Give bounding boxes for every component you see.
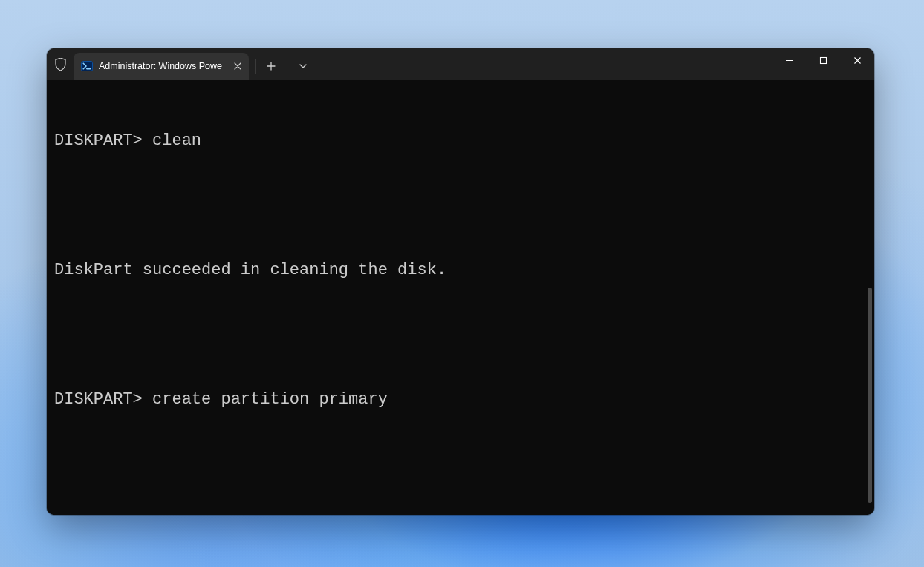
desktop-background: Administrator: Windows Powe (0, 0, 924, 567)
powershell-icon (81, 60, 93, 72)
tab-title: Administrator: Windows Powe (99, 61, 222, 71)
terminal-window: Administrator: Windows Powe (47, 48, 874, 515)
terminal-line (54, 195, 867, 216)
admin-shield-icon (47, 48, 74, 80)
separator (255, 59, 256, 74)
new-tab-button[interactable] (258, 55, 284, 77)
window-titlebar[interactable]: Administrator: Windows Powe (47, 48, 874, 80)
window-maximize-button[interactable] (806, 48, 840, 72)
terminal-area[interactable]: DISKPART> clean DiskPart succeeded in cl… (47, 80, 874, 515)
tab-powershell-admin[interactable]: Administrator: Windows Powe (74, 53, 249, 80)
svg-rect-0 (82, 62, 93, 71)
svg-rect-1 (820, 57, 826, 63)
tab-dropdown-button[interactable] (290, 55, 316, 77)
terminal-line (54, 324, 867, 346)
separator (287, 59, 287, 74)
tab-close-button[interactable] (231, 59, 244, 73)
terminal-line: DISKPART> clean (54, 130, 867, 152)
terminal-line: DISKPART> create partition primary (54, 389, 867, 410)
terminal-output: DISKPART> clean DiskPart succeeded in cl… (47, 80, 874, 515)
terminal-line: DiskPart succeeded in cleaning the disk. (54, 259, 867, 281)
terminal-scrollbar[interactable] (868, 288, 872, 503)
window-minimize-button[interactable] (772, 48, 806, 72)
terminal-line (54, 453, 867, 475)
window-close-button[interactable] (840, 48, 874, 72)
